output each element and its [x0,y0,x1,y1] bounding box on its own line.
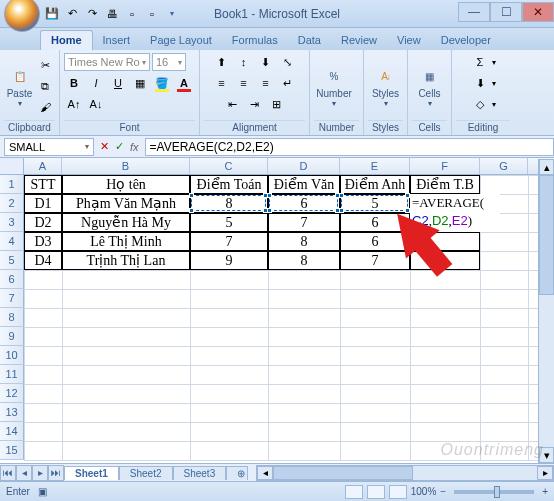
column-header[interactable]: F [410,158,480,174]
align-middle-icon[interactable]: ↕ [234,52,254,72]
format-painter-icon[interactable]: 🖌 [35,97,55,117]
bold-icon[interactable]: B [64,73,84,93]
new-icon[interactable]: ▫ [124,6,140,22]
column-header[interactable]: G [480,158,528,174]
cell[interactable]: 8 [268,232,340,251]
copy-icon[interactable]: ⧉ [35,76,55,96]
row-header[interactable]: 9 [0,327,24,346]
tab-home[interactable]: Home [40,30,93,50]
row-header[interactable]: 3 [0,213,24,232]
macro-record-icon[interactable]: ▣ [38,486,47,497]
page-break-view-icon[interactable] [389,485,407,499]
row-header[interactable]: 7 [0,289,24,308]
scroll-left-icon[interactable]: ◂ [257,466,273,480]
selection-handle[interactable] [267,193,272,198]
cell[interactable]: Điểm T.B [410,175,480,194]
column-header[interactable]: D [268,158,340,174]
qat-more-icon[interactable]: ▾ [164,6,180,22]
selection-handle[interactable] [267,208,272,213]
name-box[interactable]: SMALL▾ [4,138,94,156]
clear-icon[interactable]: ◇ [470,94,490,114]
sheet-tab-1[interactable]: Sheet1 [64,466,119,480]
maximize-button[interactable]: ☐ [490,2,522,22]
column-header[interactable]: E [340,158,410,174]
scroll-up-icon[interactable]: ▴ [539,159,554,175]
orientation-icon[interactable]: ⤡ [278,52,298,72]
row-header[interactable]: 2 [0,194,24,213]
zoom-in-icon[interactable]: + [542,486,548,497]
underline-icon[interactable]: U [108,73,128,93]
sheet-nav-prev-icon[interactable]: ◂ [16,465,32,481]
row-header[interactable]: 1 [0,175,24,194]
row-header[interactable]: 8 [0,308,24,327]
new-sheet-icon[interactable]: ⊕ [226,466,248,480]
page-layout-view-icon[interactable] [367,485,385,499]
row-header[interactable]: 12 [0,384,24,403]
zoom-level[interactable]: 100% [411,486,437,497]
row-header[interactable]: 6 [0,270,24,289]
row-header[interactable]: 5 [0,251,24,270]
row-header[interactable]: 14 [0,422,24,441]
cell[interactable]: 7 [340,251,410,270]
tab-formulas[interactable]: Formulas [222,31,288,50]
align-center-icon[interactable]: ≡ [234,73,254,93]
worksheet-grid[interactable]: ABCDEFG 123456789101112131415 STTHọ tênĐ… [0,158,554,460]
decrease-indent-icon[interactable]: ⇤ [223,94,243,114]
tab-page-layout[interactable]: Page Layout [140,31,222,50]
cell[interactable]: Điểm Văn [268,175,340,194]
italic-icon[interactable]: I [86,73,106,93]
scrollbar-thumb[interactable] [539,175,554,295]
border-icon[interactable]: ▦ [130,73,150,93]
autosum-icon[interactable]: Σ [470,52,490,72]
office-button[interactable] [4,0,40,32]
shrink-font-icon[interactable]: A↓ [86,94,106,114]
normal-view-icon[interactable] [345,485,363,499]
cell[interactable]: D3 [24,232,62,251]
cell[interactable]: D2 [24,213,62,232]
fill-color-icon[interactable]: 🪣 [152,73,172,93]
column-header[interactable]: B [62,158,190,174]
print-icon[interactable]: 🖶 [104,6,120,22]
align-right-icon[interactable]: ≡ [256,73,276,93]
increase-indent-icon[interactable]: ⇥ [245,94,265,114]
row-header[interactable]: 15 [0,441,24,460]
fx-icon[interactable]: fx [130,141,139,153]
zoom-slider[interactable] [454,490,534,494]
redo-icon[interactable]: ↷ [84,6,100,22]
cell[interactable]: 7 [190,232,268,251]
formula-input[interactable]: =AVERAGE(C2,D2,E2) [145,138,554,156]
styles-button[interactable]: AᵢStyles▾ [368,64,403,108]
row-header[interactable]: 13 [0,403,24,422]
sheet-nav-first-icon[interactable]: ⏮ [0,465,16,481]
tab-insert[interactable]: Insert [93,31,141,50]
row-header[interactable]: 11 [0,365,24,384]
selection-handle[interactable] [339,208,344,213]
cell[interactable]: 5 [190,213,268,232]
select-all-corner[interactable] [0,158,24,175]
sheet-nav-next-icon[interactable]: ▸ [32,465,48,481]
column-header[interactable]: C [190,158,268,174]
vertical-scrollbar[interactable]: ▴ ▾ [538,159,554,463]
cell[interactable]: Nguyễn Hà My [62,213,190,232]
font-size-combo[interactable]: 16▾ [152,53,186,71]
cell[interactable]: Trịnh Thị Lan [62,251,190,270]
tab-view[interactable]: View [387,31,431,50]
cell[interactable]: D1 [24,194,62,213]
merge-icon[interactable]: ⊞ [267,94,287,114]
tab-developer[interactable]: Developer [431,31,501,50]
paste-button[interactable]: 📋 Paste ▾ [4,64,35,108]
cell[interactable]: 8 [268,251,340,270]
enter-formula-icon[interactable]: ✓ [115,140,124,153]
cell[interactable]: Điểm Anh [340,175,410,194]
close-button[interactable]: ✕ [522,2,554,22]
align-left-icon[interactable]: ≡ [212,73,232,93]
wrap-text-icon[interactable]: ↵ [278,73,298,93]
cell[interactable]: 9 [190,251,268,270]
cell[interactable]: Điểm Toán [190,175,268,194]
cut-icon[interactable]: ✂ [35,55,55,75]
cell[interactable]: STT [24,175,62,194]
align-top-icon[interactable]: ⬆ [212,52,232,72]
align-bottom-icon[interactable]: ⬇ [256,52,276,72]
tab-data[interactable]: Data [288,31,331,50]
cell[interactable]: Họ tên [62,175,190,194]
